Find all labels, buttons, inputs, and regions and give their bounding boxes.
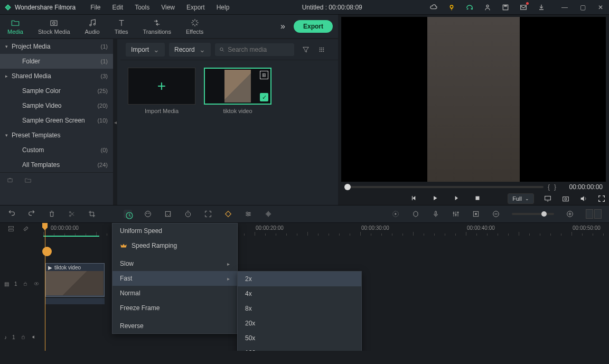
ctx-uniform-speed[interactable]: Uniform Speed <box>113 223 237 238</box>
save-icon[interactable] <box>501 3 510 12</box>
link-icon[interactable] <box>22 225 31 234</box>
ctx-normal[interactable]: Normal <box>113 286 237 301</box>
maximize-icon[interactable]: ▢ <box>578 3 587 12</box>
menu-help[interactable]: Help <box>211 2 235 13</box>
collapse-handle[interactable]: ◂ <box>113 39 117 205</box>
tab-titles[interactable]: Titles <box>107 15 136 38</box>
import-dropdown[interactable]: Import <box>126 43 165 57</box>
ctx-freeze-frame[interactable]: Freeze Frame <box>113 301 237 315</box>
render-icon[interactable] <box>391 210 400 218</box>
download-icon[interactable] <box>537 3 546 12</box>
timeline-ruler[interactable]: 00:00:00:00 00:00:20:00 00:00:30:00 00:0… <box>0 223 609 236</box>
minimize-icon[interactable]: — <box>560 3 569 12</box>
timeline[interactable]: 00:00:00:00 00:00:20:00 00:00:30:00 00:0… <box>0 223 609 351</box>
sidebar-item-all-templates[interactable]: All Templates(24) <box>0 157 113 172</box>
lock-icon[interactable] <box>23 281 28 286</box>
sidebar-item-project-media[interactable]: ▾Project Media(1) <box>0 39 113 54</box>
quality-dropdown[interactable]: Full⌄ <box>508 193 534 204</box>
monitor-icon[interactable] <box>544 194 552 203</box>
search-input[interactable] <box>228 46 289 53</box>
ctx-reverse[interactable]: Reverse <box>113 319 237 333</box>
mixer-icon[interactable] <box>452 210 460 218</box>
fit-icon[interactable] <box>204 210 212 218</box>
mail-icon[interactable] <box>519 3 528 12</box>
snapshot-icon[interactable] <box>561 194 570 203</box>
user-icon[interactable] <box>483 3 492 12</box>
sidebar-item-folder[interactable]: Folder(1) <box>0 54 113 69</box>
step-forward-icon[interactable] <box>453 194 461 203</box>
audio-mute-icon[interactable] <box>31 334 38 340</box>
track-display-icon[interactable] <box>7 225 16 234</box>
lightbulb-icon[interactable] <box>447 3 456 12</box>
new-bin-icon[interactable] <box>6 176 14 184</box>
tab-effects[interactable]: Effects <box>179 15 211 38</box>
media-item-tiktok-video[interactable]: ⊞✓tiktok video <box>204 68 271 114</box>
menu-view[interactable]: View <box>156 2 180 13</box>
close-icon[interactable]: ✕ <box>596 3 605 12</box>
aspect-boxes[interactable] <box>586 209 602 219</box>
audio-adjust-icon[interactable] <box>264 210 273 218</box>
preview-scrubber[interactable] <box>344 186 544 188</box>
cloud-icon[interactable] <box>429 3 438 12</box>
mark-out-icon[interactable]: } <box>554 183 556 191</box>
headphones-icon[interactable] <box>465 3 474 12</box>
zoom-in-icon[interactable] <box>566 210 574 218</box>
ctx-fast-100x[interactable]: 100x <box>238 346 361 351</box>
color-icon[interactable] <box>144 210 152 218</box>
menu-export[interactable]: Export <box>181 2 210 13</box>
ctx-slow[interactable]: Slow▸ <box>113 256 237 271</box>
crop-icon[interactable] <box>88 210 96 218</box>
redo-icon[interactable] <box>27 210 36 218</box>
tab-audio[interactable]: Audio <box>78 15 107 38</box>
fullscreen-icon[interactable] <box>597 194 606 203</box>
adjust-icon[interactable] <box>244 210 252 218</box>
undo-icon[interactable] <box>7 210 16 218</box>
greenscreen-icon[interactable] <box>164 210 172 218</box>
record-dropdown[interactable]: Record <box>169 43 211 57</box>
record-square-icon[interactable] <box>472 210 480 218</box>
more-tabs-icon[interactable]: » <box>280 22 285 31</box>
menu-edit[interactable]: Edit <box>107 2 129 13</box>
zoom-out-icon[interactable] <box>492 210 500 218</box>
delete-icon[interactable] <box>48 210 56 218</box>
ctx-fast-2x[interactable]: 2x <box>238 272 361 286</box>
volume-icon[interactable] <box>579 194 588 203</box>
search-box[interactable] <box>215 43 294 56</box>
split-icon[interactable] <box>68 210 76 218</box>
sidebar-item-sample-green-screen[interactable]: Sample Green Screen(10) <box>0 113 113 128</box>
sidebar-item-shared-media[interactable]: ▸Shared Media(3) <box>0 69 113 83</box>
tab-stock-media[interactable]: Stock Media <box>31 15 78 38</box>
stop-icon[interactable] <box>474 194 482 203</box>
zoom-slider[interactable] <box>512 213 554 215</box>
mark-in-icon[interactable]: { <box>548 183 550 191</box>
ctx-fast-50x[interactable]: 50x <box>238 331 361 346</box>
grid-view-icon[interactable] <box>317 45 326 54</box>
audio-lock-icon[interactable] <box>21 334 26 340</box>
effect-marker[interactable] <box>42 247 52 256</box>
marker-icon[interactable] <box>411 210 420 218</box>
filter-icon[interactable] <box>302 45 310 54</box>
menu-tools[interactable]: Tools <box>129 2 155 13</box>
sidebar-item-custom[interactable]: Custom(0) <box>0 143 113 157</box>
menu-file[interactable]: File <box>85 2 106 13</box>
ctx-fast-8x[interactable]: 8x <box>238 301 361 316</box>
play-icon[interactable] <box>432 194 440 203</box>
keyframe-icon[interactable] <box>224 210 232 218</box>
step-back-icon[interactable] <box>410 194 419 203</box>
voiceover-icon[interactable] <box>432 210 440 218</box>
media-item-import-media[interactable]: +Import Media <box>128 68 195 114</box>
sidebar-item-sample-color[interactable]: Sample Color(25) <box>0 83 113 98</box>
tab-transitions[interactable]: Transitions <box>136 15 179 38</box>
timeline-clip[interactable]: ▶ tiktok video <box>45 263 105 297</box>
speed-icon[interactable] <box>124 210 132 218</box>
ctx-speed-ramping[interactable]: Speed Ramping <box>113 238 237 253</box>
ctx-fast-20x[interactable]: 20x <box>238 316 361 331</box>
ctx-fast[interactable]: Fast▸ 2x 4x 8x 20x 50x 100x <box>113 271 237 286</box>
tab-media[interactable]: Media <box>0 15 31 38</box>
ctx-fast-4x[interactable]: 4x <box>238 286 361 301</box>
timer-icon[interactable] <box>184 210 192 218</box>
visibility-icon[interactable] <box>33 281 40 287</box>
new-folder-icon[interactable] <box>24 176 32 184</box>
export-button[interactable]: Export <box>294 20 333 33</box>
sidebar-item-sample-video[interactable]: Sample Video(20) <box>0 98 113 113</box>
